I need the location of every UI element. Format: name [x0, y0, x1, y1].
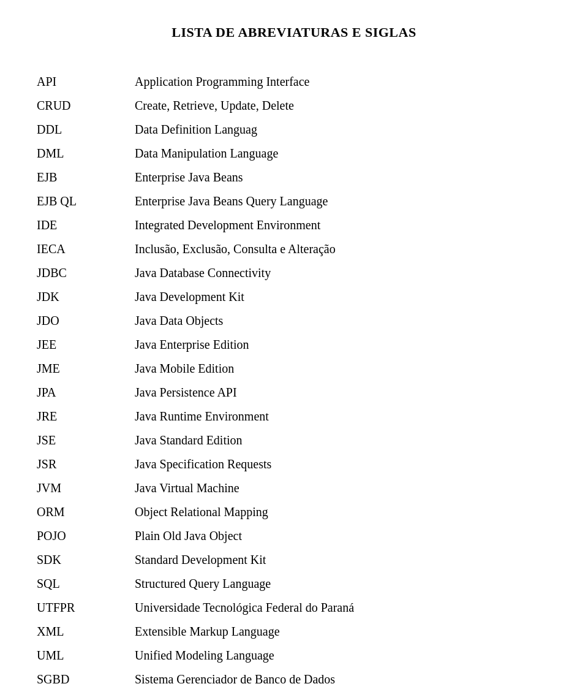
abbreviation-term: IECA: [37, 237, 135, 261]
list-item: JPAJava Persistence API: [37, 381, 551, 405]
abbreviation-definition: Java Runtime Environment: [135, 405, 551, 428]
abbreviation-term: JDK: [37, 285, 135, 309]
abbreviation-definition: Java Virtual Machine: [135, 476, 551, 500]
abbreviation-term: JDBC: [37, 261, 135, 285]
abbreviation-term: UML: [37, 644, 135, 668]
abbreviation-definition: Universidade Tecnológica Federal do Para…: [135, 596, 551, 620]
abbreviation-term: POJO: [37, 524, 135, 548]
abbreviation-term: DDL: [37, 118, 135, 142]
abbreviation-term: DML: [37, 142, 135, 165]
list-item: SDKStandard Development Kit: [37, 548, 551, 572]
abbreviation-definition: Structured Query Language: [135, 572, 551, 596]
list-item: JEEJava Enterprise Edition: [37, 333, 551, 357]
abbreviation-definition: Data Definition Languag: [135, 118, 551, 142]
list-item: JDOJava Data Objects: [37, 309, 551, 333]
abbreviation-term: XML: [37, 620, 135, 644]
abbreviation-definition: Integrated Development Environment: [135, 213, 551, 237]
abbreviation-definition: Create, Retrieve, Update, Delete: [135, 94, 551, 118]
abbreviation-term: JEE: [37, 333, 135, 357]
abbreviation-term: JVM: [37, 476, 135, 500]
abbreviation-definition: Extensible Markup Language: [135, 620, 551, 644]
list-item: CRUDCreate, Retrieve, Update, Delete: [37, 94, 551, 118]
abbreviation-definition: Unified Modeling Language: [135, 644, 551, 668]
list-item: ORMObject Relational Mapping: [37, 500, 551, 524]
abbreviation-definition: Java Specification Requests: [135, 452, 551, 476]
list-item: IDEIntegrated Development Environment: [37, 213, 551, 237]
list-item: JSRJava Specification Requests: [37, 452, 551, 476]
abbreviation-definition: Sistema Gerenciador de Banco de Dados: [135, 668, 551, 691]
list-item: XMLExtensible Markup Language: [37, 620, 551, 644]
abbreviation-definition: Java Data Objects: [135, 309, 551, 333]
abbreviation-term: CRUD: [37, 94, 135, 118]
abbreviation-definition: Enterprise Java Beans: [135, 165, 551, 189]
list-item: DMLData Manipulation Language: [37, 142, 551, 165]
abbreviation-definition: Plain Old Java Object: [135, 524, 551, 548]
abbreviation-term: SGBD: [37, 668, 135, 691]
list-item: JMEJava Mobile Edition: [37, 357, 551, 381]
abbreviation-term: JRE: [37, 405, 135, 428]
abbreviation-definition: Object Relational Mapping: [135, 500, 551, 524]
list-item: SQLStructured Query Language: [37, 572, 551, 596]
abbreviation-definition: Inclusão, Exclusão, Consulta e Alteração: [135, 237, 551, 261]
list-item: UTFPRUniversidade Tecnológica Federal do…: [37, 596, 551, 620]
abbreviation-definition: Application Programming Interface: [135, 70, 551, 94]
list-item: UMLUnified Modeling Language: [37, 644, 551, 668]
list-item: SGBDSistema Gerenciador de Banco de Dado…: [37, 668, 551, 691]
list-item: POJOPlain Old Java Object: [37, 524, 551, 548]
abbreviation-definition: Data Manipulation Language: [135, 142, 551, 165]
abbreviation-definition: Java Database Connectivity: [135, 261, 551, 285]
abbreviation-definition: Enterprise Java Beans Query Language: [135, 189, 551, 213]
abbreviation-definition: Java Development Kit: [135, 285, 551, 309]
abbreviation-term: ORM: [37, 500, 135, 524]
list-item: EJB QLEnterprise Java Beans Query Langua…: [37, 189, 551, 213]
list-item: JREJava Runtime Environment: [37, 405, 551, 428]
abbreviation-term: JSE: [37, 428, 135, 452]
list-item: JVMJava Virtual Machine: [37, 476, 551, 500]
abbreviation-term: EJB: [37, 165, 135, 189]
abbreviation-term: IDE: [37, 213, 135, 237]
abbreviation-term: JSR: [37, 452, 135, 476]
list-item: EJBEnterprise Java Beans: [37, 165, 551, 189]
abbreviation-definition: Java Standard Edition: [135, 428, 551, 452]
list-item: APIApplication Programming Interface: [37, 70, 551, 94]
abbreviation-term: SQL: [37, 572, 135, 596]
abbreviation-term: JME: [37, 357, 135, 381]
list-item: JDBCJava Database Connectivity: [37, 261, 551, 285]
list-item: DDLData Definition Languag: [37, 118, 551, 142]
list-item: JSEJava Standard Edition: [37, 428, 551, 452]
abbreviation-term: EJB QL: [37, 189, 135, 213]
list-item: JDKJava Development Kit: [37, 285, 551, 309]
list-item: IECAInclusão, Exclusão, Consulta e Alter…: [37, 237, 551, 261]
abbreviation-definition: Java Mobile Edition: [135, 357, 551, 381]
abbreviation-term: JPA: [37, 381, 135, 405]
abbreviation-definition: Java Persistence API: [135, 381, 551, 405]
abbreviation-definition: Standard Development Kit: [135, 548, 551, 572]
abbreviation-table: APIApplication Programming InterfaceCRUD…: [37, 70, 551, 691]
page-title: LISTA DE ABREVIATURAS E SIGLAS: [37, 25, 551, 40]
abbreviation-definition: Java Enterprise Edition: [135, 333, 551, 357]
abbreviation-term: UTFPR: [37, 596, 135, 620]
abbreviation-term: SDK: [37, 548, 135, 572]
abbreviation-term: JDO: [37, 309, 135, 333]
abbreviation-term: API: [37, 70, 135, 94]
